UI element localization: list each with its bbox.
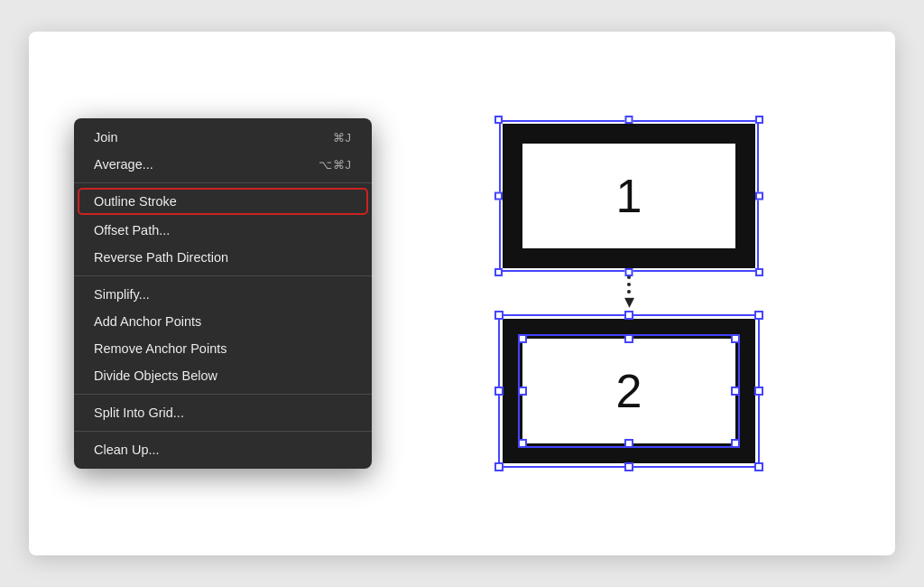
handle2-tl [494,311,504,320]
handle-bl [494,268,503,276]
handle2-in-br [731,439,740,448]
menu-label-reverse-path: Reverse Path Direction [94,250,228,265]
menu-shortcut-average: ⌥⌘J [319,158,353,172]
menu-label-remove-anchor: Remove Anchor Points [94,341,227,356]
handle2-bm [624,462,633,471]
handle2-in-tr [731,334,740,343]
dot-2 [627,283,631,286]
separator-4 [74,431,372,432]
menu-item-split-grid[interactable]: Split Into Grid... [78,399,368,426]
shape1-label: 1 [593,169,665,223]
menu-item-outline-stroke[interactable]: Outline Stroke [78,188,368,215]
handle2-tm [624,311,633,320]
handle2-br [754,462,763,471]
handle-ml [494,192,503,200]
menu-item-offset-path[interactable]: Offset Path... [78,217,368,244]
handle-tr [755,116,763,124]
menu-label-add-anchor: Add Anchor Points [94,314,201,329]
handle2-in-bl [518,439,527,448]
handle-br [755,268,763,276]
shape2-wrapper: 2 [503,319,755,463]
shape1-wrapper: 1 [503,124,755,268]
menu-item-average[interactable]: Average... ⌥⌘J [78,151,368,178]
menu-shortcut-join: ⌘J [333,131,353,144]
handle-tl [494,116,503,124]
separator-3 [74,394,372,395]
shape2-label: 2 [593,364,665,418]
handle2-bl [494,462,504,471]
handle2-in-tl [518,334,527,343]
menu-label-join: Join [94,130,118,144]
handle2-in-bm [624,439,633,448]
handle2-in-ml [518,387,527,396]
menu-item-simplify[interactable]: Simplify... [78,281,368,308]
separator-1 [74,182,372,183]
arrow-head: ▾ [624,292,634,312]
context-menu: Join ⌘J Average... ⌥⌘J Outline Stroke Of… [74,118,372,469]
menu-item-divide-objects[interactable]: Divide Objects Below [78,362,368,389]
arrow-connector: ▾ [624,275,634,312]
handle2-tr [754,311,763,320]
handle2-in-mr [731,387,740,396]
menu-item-clean-up[interactable]: Clean Up... [78,436,368,463]
menu-item-join[interactable]: Join ⌘J [78,124,368,151]
handle2-in-tm [624,334,633,343]
menu-label-clean-up: Clean Up... [94,443,160,457]
handle-bm [625,268,633,276]
main-container: Join ⌘J Average... ⌥⌘J Outline Stroke Of… [29,32,895,555]
menu-item-add-anchor[interactable]: Add Anchor Points [78,308,368,335]
menu-label-simplify: Simplify... [94,287,150,302]
handle2-ml [494,387,504,396]
diagram-area: 1 ▾ [372,124,850,463]
handle2-mr [754,387,763,396]
menu-label-offset-path: Offset Path... [94,223,170,238]
shape1-box: 1 [503,124,755,268]
menu-label-outline-stroke: Outline Stroke [94,194,177,209]
menu-label-average: Average... [94,157,153,172]
handle-mr [755,192,763,200]
menu-item-remove-anchor[interactable]: Remove Anchor Points [78,335,368,362]
menu-item-reverse-path[interactable]: Reverse Path Direction [78,244,368,271]
menu-label-split-grid: Split Into Grid... [94,405,184,420]
menu-label-divide-objects: Divide Objects Below [94,368,217,383]
shape2-box: 2 [503,319,755,463]
separator-2 [74,275,372,276]
handle-tm [625,116,633,124]
